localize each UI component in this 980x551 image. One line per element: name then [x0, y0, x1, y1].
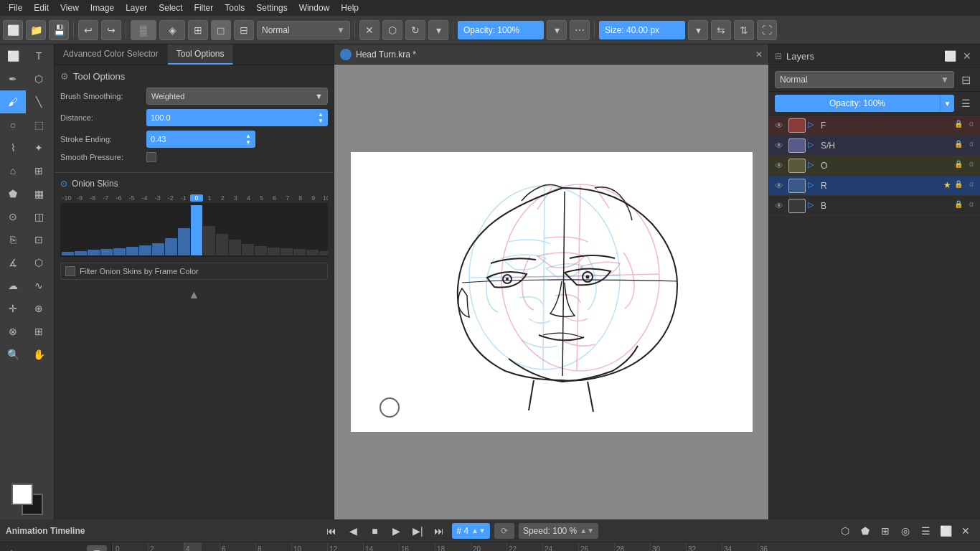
menu-tools[interactable]: Tools	[219, 1, 250, 14]
frame-num-3[interactable]: 3	[229, 194, 242, 202]
onion-bar-5[interactable]	[255, 246, 267, 255]
menu-edit[interactable]: Edit	[28, 1, 55, 14]
layer-item-F[interactable]: 👁 ▷ F 🔒 α	[769, 116, 980, 136]
tl-menu-btn[interactable]: ☰	[917, 522, 934, 540]
tl-loop-button[interactable]: ⟳	[494, 523, 514, 539]
frame-num--2[interactable]: -2	[164, 194, 177, 202]
tool-text[interactable]: T	[26, 44, 52, 67]
onion-bar-10[interactable]	[319, 251, 328, 255]
tl-view-btn2[interactable]: ⬟	[857, 522, 874, 540]
frame-num--1[interactable]: -1	[177, 194, 190, 202]
onion-bar--4[interactable]	[139, 245, 151, 255]
smooth-pressure-checkbox[interactable]	[146, 152, 156, 162]
erase-color-button[interactable]: ✕	[359, 20, 380, 40]
refresh-button[interactable]: ↻	[405, 20, 425, 40]
tab-advanced-color-selector[interactable]: Advanced Color Selector	[55, 44, 168, 65]
tool-multibrush[interactable]: ⊕	[26, 297, 52, 320]
menu-image[interactable]: Image	[85, 1, 120, 14]
onion-bar-3[interactable]	[229, 240, 241, 255]
redo-button[interactable]: ↪	[101, 20, 121, 40]
frame-num--8[interactable]: -8	[86, 194, 99, 202]
tool-cage[interactable]: ⊞	[26, 320, 52, 343]
transform-button[interactable]: ⊞	[188, 20, 208, 40]
layer-B-visibility[interactable]: 👁	[772, 201, 786, 211]
stroke-ending-spinner[interactable]: ▲ ▼	[245, 133, 251, 146]
tool-line[interactable]: ╲	[26, 90, 52, 113]
tool-transform[interactable]: ⬜	[0, 44, 26, 67]
frame-indicator-arrows[interactable]: ▲▼	[471, 527, 486, 534]
opacity-options[interactable]: ⋯	[570, 20, 590, 40]
layer-SH-lock[interactable]: 🔒	[953, 140, 964, 151]
frame-num-10[interactable]: 10	[320, 194, 328, 202]
menu-view[interactable]: View	[55, 1, 85, 14]
onion-bar--2[interactable]	[165, 238, 177, 255]
tl-last-frame-button[interactable]: ⏭	[430, 522, 448, 540]
tl-first-frame-button[interactable]: ⏮	[323, 522, 340, 540]
layer-O-lock[interactable]: 🔒	[953, 160, 964, 171]
onion-bar--3[interactable]	[152, 243, 164, 255]
canvas-close-button[interactable]: ✕	[755, 50, 763, 60]
tool-clone[interactable]: ⎘	[0, 228, 26, 251]
layer-B-lock[interactable]: 🔒	[953, 200, 964, 212]
tab-tool-options[interactable]: Tool Options	[168, 44, 234, 65]
onion-bar-4[interactable]	[242, 244, 254, 255]
tool-select-rect[interactable]: ⬚	[26, 113, 52, 136]
onion-bar-0[interactable]	[191, 205, 203, 255]
onion-bar--5[interactable]	[126, 247, 138, 255]
tool-ellipse[interactable]: ○	[0, 113, 26, 136]
tool-move[interactable]: ✛	[0, 297, 26, 320]
expand-button[interactable]: ▾	[428, 20, 448, 40]
onion-bar-8[interactable]	[293, 249, 306, 255]
layer-item-SH[interactable]: 👁 ▷ S/H 🔒 α	[769, 136, 980, 156]
tl-onion-btn[interactable]: ◎	[897, 522, 914, 540]
layer-item-B[interactable]: 👁 ▷ B 🔒 α	[769, 196, 980, 216]
tl-add-keyframe-button[interactable]: ⊞	[87, 545, 107, 552]
tl-float-btn[interactable]: ⬜	[937, 522, 954, 540]
frame-num-1[interactable]: 1	[203, 194, 216, 202]
layer-F-lock[interactable]: 🔒	[953, 120, 964, 131]
tl-prev-frame-button[interactable]: ◀	[344, 522, 362, 540]
onion-bar-7[interactable]	[281, 248, 293, 255]
menu-window[interactable]: Window	[293, 1, 336, 14]
lock-alpha-button[interactable]: ⬡	[382, 20, 402, 40]
frame-num--6[interactable]: -6	[112, 194, 125, 202]
canvas-viewport[interactable]	[334, 65, 768, 519]
frame-num--9[interactable]: -9	[73, 194, 86, 202]
onion-skins-header[interactable]: ⊙ Onion Skins	[60, 179, 328, 189]
frame-num-0[interactable]: 0	[190, 194, 203, 202]
menu-layer[interactable]: Layer	[120, 1, 153, 14]
canvas-tab[interactable]: Head Turn.kra *	[340, 49, 416, 60]
onion-bar-9[interactable]	[306, 250, 319, 255]
blend-mode-dropdown[interactable]: Normal ▼	[257, 21, 350, 39]
tool-fill[interactable]: ⬟	[0, 182, 26, 205]
tool-deform[interactable]: ⊗	[0, 320, 26, 343]
tool-warp[interactable]: ⌂	[0, 159, 26, 182]
frame-num--7[interactable]: -7	[99, 194, 112, 202]
open-button[interactable]: 📁	[26, 20, 46, 40]
distance-control[interactable]: 100.0 ▲ ▼	[146, 109, 328, 126]
distance-spinner[interactable]: ▲ ▼	[318, 112, 324, 124]
mirror-h-button[interactable]: ⇆	[711, 20, 731, 40]
menu-filter[interactable]: Filter	[189, 1, 220, 14]
tl-view-btn3[interactable]: ⊞	[877, 522, 894, 540]
tool-shape[interactable]: ⬡	[26, 67, 52, 90]
layer-O-visibility[interactable]: 👁	[772, 161, 786, 171]
menu-file[interactable]: File	[3, 1, 28, 14]
tl-audio-button[interactable]: ♪	[22, 546, 36, 552]
tool-smudge[interactable]: ☁	[0, 274, 26, 297]
layer-R-visibility[interactable]: 👁	[772, 181, 786, 191]
layer-item-O[interactable]: 👁 ▷ O 🔒 α	[769, 156, 980, 176]
frame-num--5[interactable]: -5	[125, 194, 138, 202]
tool-hand[interactable]: ✋	[26, 343, 52, 366]
tl-add-layer-button[interactable]: +	[4, 546, 19, 552]
tool-brush[interactable]: 🖌	[0, 90, 26, 113]
layer-F-visibility[interactable]: 👁	[772, 121, 786, 131]
menu-help[interactable]: Help	[335, 1, 364, 14]
onion-bar--8[interactable]	[88, 250, 100, 255]
tool-dynamic[interactable]: ∿	[26, 274, 52, 297]
layers-opacity-slider[interactable]: Opacity: 100%	[775, 95, 940, 112]
layer-R-alpha[interactable]: α	[966, 180, 977, 192]
undo-button[interactable]: ↩	[78, 20, 98, 40]
fg-bg-colors[interactable]	[11, 484, 43, 515]
layer-item-R[interactable]: 👁 ▷ R ★ 🔒 α	[769, 176, 980, 196]
